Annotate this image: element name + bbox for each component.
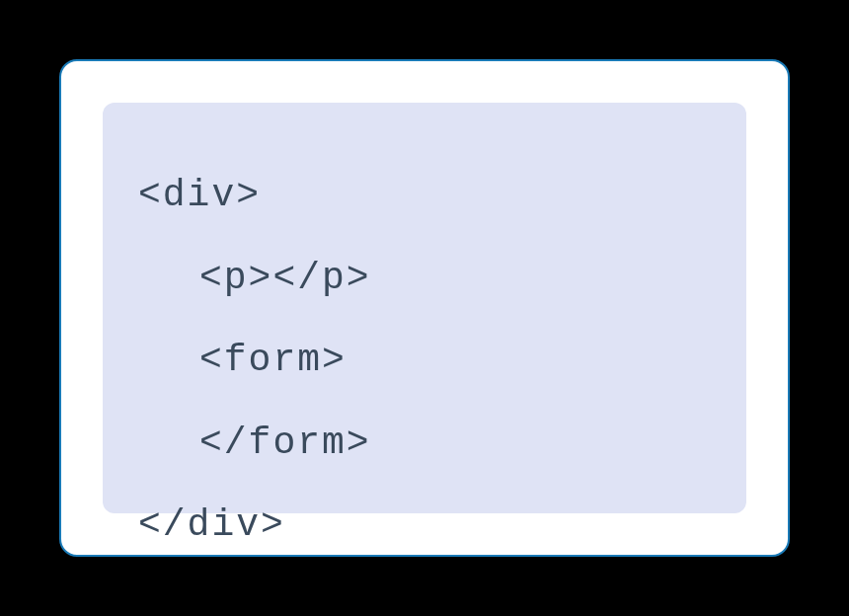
code-line: <p></p> <box>138 237 711 320</box>
code-line: <form> <box>138 319 711 402</box>
code-card: <div> <p></p> <form> </form> </div> <box>59 59 790 557</box>
code-line: </form> <box>138 402 711 485</box>
code-line: </div> <box>138 484 711 567</box>
code-block: <div> <p></p> <form> </form> </div> <box>103 103 746 513</box>
code-line: <div> <box>138 154 711 237</box>
